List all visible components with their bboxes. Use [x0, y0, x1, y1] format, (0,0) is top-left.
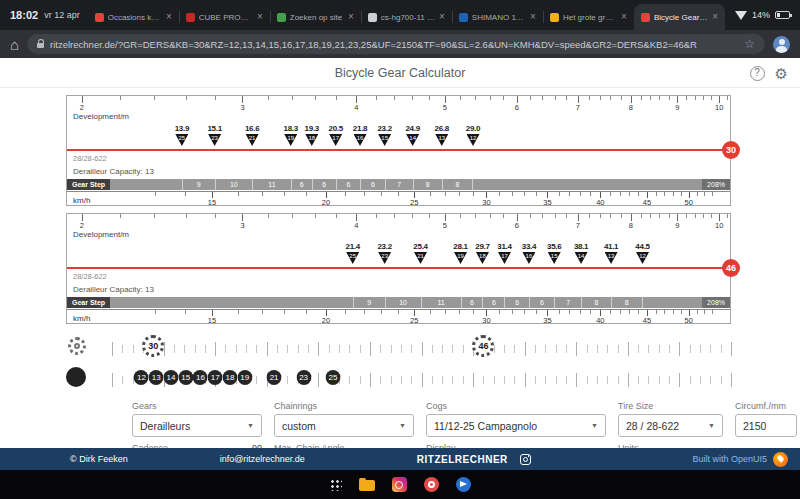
chainring-badge: 46	[722, 259, 740, 277]
tire-label: 28/28-622	[73, 272, 107, 281]
cog-dial[interactable]: 21	[267, 370, 282, 385]
gear-step-bar: Gear Step910116666788208%	[67, 179, 730, 190]
share-icon[interactable]	[456, 477, 471, 492]
gear-step-value: 6	[461, 297, 483, 308]
settings-gear-icon[interactable]: ⚙	[775, 66, 788, 81]
tab-close-icon[interactable]: ×	[166, 12, 172, 22]
browser-tab[interactable]: Occasions kopen? Tw×	[88, 4, 179, 30]
camera-icon[interactable]	[424, 477, 439, 492]
field-select[interactable]: custom▼	[274, 414, 414, 437]
home-button[interactable]: ⌂	[10, 37, 19, 52]
chainring-dial[interactable]: 30	[142, 335, 164, 357]
speed-ruler: 1520253035404550km/h	[67, 191, 730, 206]
gear-step-value: 7	[554, 297, 581, 308]
tab-close-icon[interactable]: ×	[439, 12, 445, 22]
gear-speed-value: 15.1	[202, 124, 228, 133]
total-range-label: 208%	[702, 179, 730, 190]
field-value: 11/12-25 Campagnolo	[434, 420, 537, 432]
gear-panel-30: 2345678910Development/m13.92515.12316.62…	[66, 95, 731, 206]
derailleur-capacity-label: Derailleur Capacity: 13	[73, 285, 154, 294]
gear-cog-triangle: 23	[378, 252, 391, 264]
cog-dial[interactable]: 16	[193, 370, 208, 385]
browser-tab[interactable]: cs-hg700-11 vs cs-r70×	[361, 4, 452, 30]
form-field-chainrings: Chainringscustom▼	[274, 401, 414, 437]
help-button[interactable]: ?	[750, 66, 765, 81]
slider-row: 1213141516171819212325	[66, 365, 731, 396]
gear-speed-value: 19.3	[299, 124, 325, 133]
cog-dial[interactable]: 13	[149, 370, 164, 385]
cog-dial[interactable]: 12	[134, 370, 149, 385]
row2-label-text: Max. Chain Angle	[274, 443, 345, 448]
cog-dial[interactable]: 25	[326, 370, 341, 385]
date: vr 12 apr	[44, 10, 80, 20]
tab-close-icon[interactable]: ×	[621, 12, 627, 22]
total-range-label: 208%	[702, 297, 730, 308]
tab-close-icon[interactable]: ×	[348, 12, 354, 22]
tab-close-icon[interactable]: ×	[712, 12, 718, 22]
browser-tab[interactable]: CUBE PRODUCT ARCH×	[179, 4, 270, 30]
browser-tab-strip: 18:02 vr 12 apr Occasions kopen? Tw×CUBE…	[0, 0, 800, 30]
folder-icon[interactable]	[359, 480, 375, 491]
wifi-icon	[735, 11, 747, 20]
tab-title: cs-hg700-11 vs cs-r70	[381, 13, 435, 22]
gear-step-value: 11	[421, 297, 461, 308]
form-field-cogs: Cogs11/12-25 Campagnolo▼	[426, 401, 606, 437]
chevron-down-icon: ▼	[247, 422, 254, 429]
cog-dial[interactable]: 23	[296, 370, 311, 385]
cassette-icon	[66, 367, 86, 387]
browser-toolbar: ⌂ ritzelrechner.de/?GR=DERS&KB=30&RZ=12,…	[0, 30, 800, 58]
browser-tab[interactable]: Het grote gravelbike to×	[543, 4, 634, 30]
gear-marker: 20.517	[323, 124, 349, 146]
slider-row: 3046	[66, 334, 731, 365]
gear-marker: 13.925	[169, 124, 195, 146]
gear-step-value: 9	[353, 297, 385, 308]
gear-cog-triangle: 12	[467, 134, 480, 146]
bookmark-star-icon[interactable]: ☆	[744, 38, 755, 50]
openui5-logo	[773, 452, 788, 467]
field-select[interactable]: 11/12-25 Campagnolo▼	[426, 414, 606, 437]
field-value: custom	[282, 420, 316, 432]
brand-name: RITZELRECHNER	[417, 454, 508, 465]
gear-speed-value: 35.6	[541, 242, 567, 251]
built-with-link[interactable]: Built with OpenUI5	[692, 454, 767, 464]
url-bar[interactable]: ritzelrechner.de/?GR=DERS&KB=30&RZ=12,13…	[27, 34, 765, 54]
gear-marker: 29.012	[460, 124, 486, 146]
browser-tab[interactable]: Zoeken op site×	[270, 4, 361, 30]
speed-ruler: 1520253035404550km/h	[67, 309, 730, 324]
chainring-line	[67, 149, 730, 151]
gear-step-value: 6	[482, 297, 504, 308]
tab-close-icon[interactable]: ×	[257, 12, 263, 22]
form-field-tire-size: Tire Size28 / 28-622▼	[618, 401, 723, 437]
browser-tab[interactable]: Bicycle Gear Calculato×	[634, 4, 725, 30]
cog-dial[interactable]: 19	[237, 370, 252, 385]
gear-speed-value: 44.5	[630, 242, 656, 251]
contact-email-link[interactable]: info@ritzelrechner.de	[220, 454, 305, 464]
cog-dial[interactable]: 14	[163, 370, 178, 385]
page-footer: © Dirk Feeken info@ritzelrechner.de RITZ…	[0, 448, 800, 470]
lock-icon	[37, 43, 44, 48]
field-value: Derailleurs	[140, 420, 190, 432]
speed-axis-label: km/h	[73, 314, 90, 323]
gear-cog-triangle: 25	[346, 252, 359, 264]
app-grid-icon[interactable]	[330, 479, 342, 491]
chainring-dial[interactable]: 46	[472, 335, 494, 357]
gear-speed-value: 13.9	[169, 124, 195, 133]
cog-dial[interactable]: 17	[208, 370, 223, 385]
cog-dial[interactable]: 18	[222, 370, 237, 385]
gear-step-value: 8	[611, 297, 642, 308]
cog-dial[interactable]: 15	[178, 370, 193, 385]
browser-tab[interactable]: SHIMANO 11-speed is×	[452, 4, 543, 30]
tab-close-icon[interactable]: ×	[530, 12, 536, 22]
instagram-icon[interactable]	[392, 477, 407, 492]
field-select[interactable]: Derailleurs▼	[132, 414, 262, 437]
gear-marker: 15.123	[202, 124, 228, 146]
field-select[interactable]: 28 / 28-622▼	[618, 414, 723, 437]
tab-favicon	[186, 13, 195, 22]
gear-speed-value: 25.4	[408, 242, 434, 251]
field-input[interactable]: 2150	[735, 414, 797, 437]
tab-favicon	[277, 13, 286, 22]
instagram-icon[interactable]	[520, 454, 531, 465]
battery-icon	[775, 11, 790, 19]
field-label: Cogs	[426, 401, 606, 411]
profile-avatar[interactable]	[773, 36, 790, 53]
